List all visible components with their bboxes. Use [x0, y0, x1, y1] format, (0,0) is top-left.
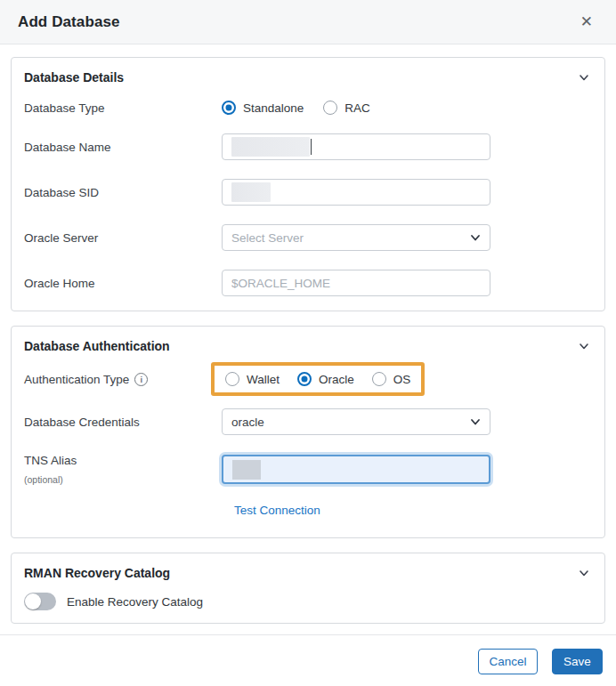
dialog-footer: Cancel Save — [0, 634, 616, 686]
test-connection-row: Test Connection — [234, 502, 590, 523]
radio-oracle[interactable]: Oracle — [297, 372, 354, 386]
oracle-server-select[interactable]: Select Server — [222, 224, 490, 251]
recovery-catalog-toggle-label: Enable Recovery Catalog — [67, 595, 203, 609]
row-database-name: Database Name — [24, 133, 590, 160]
redacted-value — [232, 460, 261, 480]
radio-standalone-label: Standalone — [243, 101, 304, 115]
test-connection-link[interactable]: Test Connection — [234, 504, 320, 517]
row-oracle-home: Oracle Home $ORACLE_HOME — [24, 270, 590, 296]
close-icon[interactable]: ✕ — [577, 11, 596, 33]
radio-os-icon[interactable] — [372, 372, 386, 386]
radio-oracle-icon[interactable] — [297, 372, 312, 386]
database-sid-label: Database SID — [24, 186, 222, 199]
section-title-rman: RMAN Recovery Catalog — [24, 566, 170, 580]
database-type-radio-group: Standalone RAC — [222, 101, 490, 115]
row-database-sid: Database SID — [24, 179, 590, 206]
section-database-details: Database Details Database Type Standalon… — [11, 57, 605, 311]
section-database-authentication: Database Authentication Authentication T… — [11, 326, 605, 538]
save-button[interactable]: Save — [552, 649, 603, 674]
page-title: Add Database — [18, 13, 120, 31]
add-database-dialog: Add Database ✕ Database Details Database… — [0, 0, 616, 686]
cancel-button[interactable]: Cancel — [478, 649, 538, 674]
authentication-type-label: Authentication Type i — [24, 373, 222, 386]
redacted-value — [231, 182, 271, 202]
chevron-down-icon[interactable] — [578, 567, 590, 579]
chevron-down-icon — [470, 416, 481, 427]
oracle-server-label: Oracle Server — [24, 231, 222, 245]
tns-alias-sublabel: (optional) — [24, 474, 63, 485]
info-icon[interactable]: i — [134, 373, 148, 386]
tns-alias-label: TNS Alias (optional) — [24, 454, 222, 485]
database-sid-input[interactable] — [222, 179, 490, 206]
auth-type-radio-group: Wallet Oracle OS — [225, 372, 410, 386]
radio-standalone-icon[interactable] — [222, 101, 236, 115]
row-database-credentials: Database Credentials oracle — [24, 408, 590, 435]
database-name-label: Database Name — [24, 141, 222, 154]
authentication-type-text: Authentication Type — [24, 373, 129, 386]
radio-standalone[interactable]: Standalone — [222, 101, 304, 115]
row-oracle-server: Oracle Server Select Server — [24, 224, 590, 251]
oracle-home-label: Oracle Home — [24, 277, 222, 290]
section-rman-recovery-catalog: RMAN Recovery Catalog Enable Recovery Ca… — [11, 553, 605, 624]
radio-wallet-icon[interactable] — [225, 372, 239, 386]
chevron-down-icon[interactable] — [578, 340, 590, 352]
radio-rac[interactable]: RAC — [323, 101, 370, 115]
chevron-down-icon — [470, 232, 481, 243]
radio-wallet-label: Wallet — [247, 373, 280, 386]
database-credentials-label: Database Credentials — [24, 416, 222, 429]
section-title-database-authentication: Database Authentication — [24, 339, 170, 353]
redacted-value — [231, 137, 310, 157]
oracle-home-input[interactable]: $ORACLE_HOME — [222, 270, 490, 296]
row-enable-recovery-catalog: Enable Recovery Catalog — [24, 593, 590, 610]
row-database-type: Database Type Standalone RAC — [24, 101, 590, 115]
toggle-knob — [25, 593, 41, 609]
radio-oracle-label: Oracle — [319, 373, 354, 386]
select-value: oracle — [231, 416, 264, 429]
radio-wallet[interactable]: Wallet — [225, 372, 280, 386]
highlight-box: Wallet Oracle OS — [211, 362, 425, 396]
database-type-label: Database Type — [24, 101, 222, 115]
dialog-body: Database Details Database Type Standalon… — [0, 44, 616, 634]
radio-rac-icon[interactable] — [323, 101, 337, 115]
database-name-input[interactable] — [222, 133, 490, 160]
tns-alias-input[interactable] — [222, 455, 490, 484]
row-tns-alias: TNS Alias (optional) — [24, 454, 590, 485]
section-title-database-details: Database Details — [24, 70, 124, 85]
row-authentication-type: Authentication Type i Wallet Oracle — [24, 362, 590, 396]
text-caret — [311, 139, 312, 155]
input-placeholder: $ORACLE_HOME — [231, 277, 330, 290]
radio-os-label: OS — [393, 373, 411, 386]
recovery-catalog-toggle[interactable] — [24, 593, 56, 610]
chevron-down-icon[interactable] — [578, 71, 590, 84]
radio-rac-label: RAC — [344, 101, 370, 115]
dialog-header: Add Database ✕ — [0, 0, 616, 44]
radio-os[interactable]: OS — [372, 372, 411, 386]
database-credentials-select[interactable]: oracle — [222, 408, 490, 435]
tns-alias-text: TNS Alias — [24, 454, 77, 467]
select-placeholder: Select Server — [231, 231, 304, 245]
